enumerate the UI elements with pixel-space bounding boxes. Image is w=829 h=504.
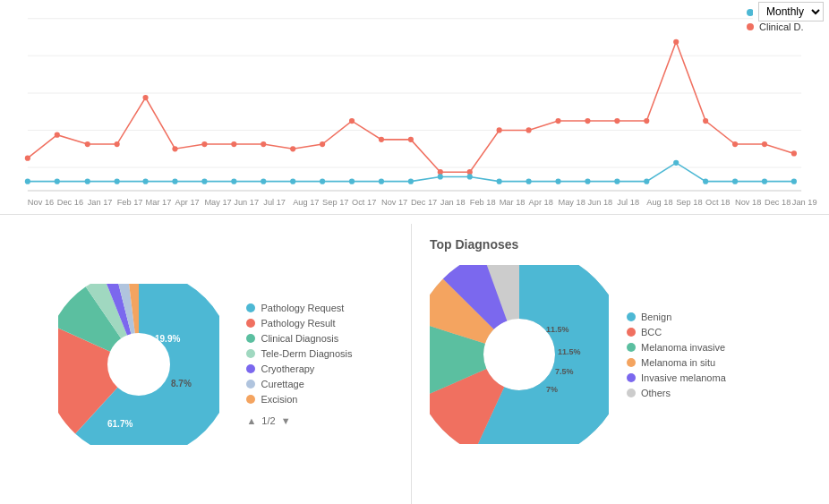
svg-point-66 [201,179,207,184]
right-chart-container: 56.8% 11.5% 11.5% 7.5% 7% Benign BCC M [430,265,811,444]
svg-text:11.5%: 11.5% [558,347,581,356]
dot-others [627,389,636,397]
label-invasive-melanoma: Invasive melanoma [641,372,726,383]
legend-tele-derm: Tele-Derm Diagnosis [246,348,352,359]
dot-excision [246,395,255,404]
svg-point-33 [25,156,30,161]
svg-text:Nov 17: Nov 17 [381,198,407,207]
left-pie-chart: 61.7% 19.9% 8.7% [58,284,219,445]
svg-text:Apr 18: Apr 18 [529,198,553,207]
dot-curettage [246,380,255,389]
svg-text:Jun 18: Jun 18 [587,198,612,207]
legend-clinical-diagnosis: Clinical Diagnosis [246,333,352,344]
svg-point-57 [732,141,738,147]
legend-melanoma-invasive: Melanoma invasive [627,342,726,353]
dot-melanoma-situ [627,358,636,367]
svg-text:Mar 17: Mar 17 [146,198,172,207]
label-pathology-request: Pathology Request [261,303,344,313]
svg-text:8.7%: 8.7% [171,379,192,389]
svg-text:Nov 16: Nov 16 [28,198,54,207]
page-next-button[interactable]: ▼ [281,415,291,426]
legend-excision: Excision [246,394,352,405]
dot-benign [627,312,636,321]
dot-bcc [627,328,636,337]
svg-point-84 [732,179,738,184]
svg-point-69 [290,179,295,184]
svg-point-49 [497,127,502,132]
svg-text:Jul 17: Jul 17 [263,198,286,207]
svg-point-70 [320,179,325,184]
svg-point-58 [762,141,767,147]
svg-point-77 [526,179,531,184]
svg-point-39 [201,141,207,147]
svg-point-85 [762,179,767,184]
bottom-section: 61.7% 19.9% 8.7% Pathology Request Patho… [0,224,829,504]
svg-point-64 [142,179,148,184]
svg-point-40 [231,141,236,147]
line-chart-section: Pathology R. Clinical D. Nov 16 Dec 16 J… [0,0,829,215]
svg-point-73 [408,179,414,184]
svg-point-78 [555,179,560,184]
svg-point-45 [379,137,384,142]
svg-text:Dec 18: Dec 18 [765,198,791,207]
label-pathology-result: Pathology Result [261,318,335,329]
label-bcc: BCC [641,327,662,337]
svg-point-51 [555,118,560,124]
svg-point-71 [349,179,355,184]
svg-point-79 [585,179,590,184]
svg-point-35 [85,141,90,147]
svg-text:7.5%: 7.5% [555,367,574,376]
label-cryotherapy: Cryotherapy [261,363,314,374]
top-diagnoses-title: Top Diagnoses [430,237,811,252]
svg-point-42 [290,146,295,151]
svg-point-50 [526,127,531,132]
svg-point-68 [261,179,266,184]
svg-text:Jan 18: Jan 18 [440,198,466,207]
svg-text:Mar 18: Mar 18 [500,198,526,207]
svg-point-76 [497,179,502,184]
svg-point-43 [320,141,325,147]
svg-text:Jan 19: Jan 19 [792,198,817,207]
svg-text:Jan 17: Jan 17 [88,198,113,207]
svg-point-41 [261,141,266,147]
svg-text:Feb 18: Feb 18 [470,198,496,207]
legend-pathology-result: Pathology Result [246,318,352,329]
svg-text:Aug 17: Aug 17 [293,198,319,207]
svg-point-82 [673,160,679,166]
svg-point-80 [614,179,620,184]
page-prev-button[interactable]: ▲ [246,415,256,426]
left-chart-legend-container: Pathology Request Pathology Result Clini… [246,303,352,426]
svg-text:May 17: May 17 [204,198,231,207]
right-chart-legend: Benign BCC Melanoma invasive Melanoma in… [627,312,726,398]
svg-point-65 [172,179,177,184]
label-melanoma-situ: Melanoma in situ [641,357,715,368]
svg-point-46 [408,137,414,142]
svg-point-37 [142,95,148,100]
svg-point-34 [55,132,60,138]
top-bar: Monthly Daily Weekly Yearly [753,0,829,23]
svg-point-62 [85,179,90,184]
label-curettage: Curettage [261,379,303,389]
svg-point-72 [379,179,384,184]
legend-others: Others [627,388,726,398]
legend-pathology-request: Pathology Request [246,303,352,313]
dot-melanoma-invasive [627,343,636,352]
period-select[interactable]: Monthly Daily Weekly Yearly [758,2,824,21]
svg-point-74 [438,174,443,179]
label-tele-derm: Tele-Derm Diagnosis [261,348,352,359]
svg-text:7%: 7% [546,385,558,394]
legend-curettage: Curettage [246,379,352,389]
svg-text:Dec 16: Dec 16 [57,198,83,207]
pagination: ▲ 1/2 ▼ [246,415,352,426]
legend-bcc: BCC [627,327,726,337]
svg-text:Nov 18: Nov 18 [735,198,761,207]
svg-point-63 [115,179,120,184]
svg-text:Jun 17: Jun 17 [234,198,259,207]
svg-point-81 [644,179,649,184]
left-panel: 61.7% 19.9% 8.7% Pathology Request Patho… [0,224,412,504]
svg-point-52 [585,118,590,124]
svg-text:Aug 18: Aug 18 [646,198,672,207]
svg-point-55 [673,39,679,45]
svg-point-67 [231,179,236,184]
legend-cryotherapy: Cryotherapy [246,363,352,374]
